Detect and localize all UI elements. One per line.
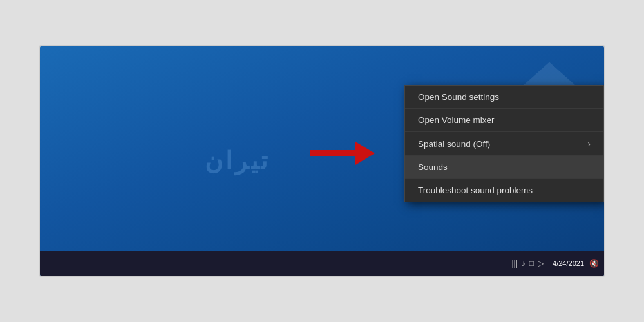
- menu-item-troubleshoot-sound[interactable]: Troubleshoot sound problems: [405, 179, 603, 202]
- arrow-head: [355, 142, 375, 165]
- submenu-chevron-icon: ›: [587, 138, 591, 149]
- menu-label-open-volume-mixer: Open Volume mixer: [418, 115, 495, 125]
- red-arrow: [310, 142, 375, 165]
- context-menu: Open Sound settings Open Volume mixer Sp…: [404, 85, 604, 202]
- menu-item-sounds[interactable]: Sounds: [405, 156, 603, 179]
- menu-label-open-sound-settings: Open Sound settings: [418, 92, 499, 102]
- show-desktop-icon[interactable]: 🔇: [589, 259, 599, 268]
- arrow-line: [310, 150, 355, 156]
- taskbar: ||| ♪ □ ▷ 4/24/2021 🔇: [40, 251, 604, 276]
- action-center-icon[interactable]: ▷: [538, 259, 544, 268]
- watermark-text: تيران: [205, 147, 270, 175]
- menu-item-open-sound-settings[interactable]: Open Sound settings: [405, 86, 603, 109]
- taskbar-system-icons: ||| ♪ □ ▷: [511, 259, 544, 268]
- screenshot-wrapper: تيران Open Sound settings Open Volume mi…: [39, 45, 605, 277]
- menu-item-spatial-sound[interactable]: Spatial sound (Off) ›: [405, 132, 603, 156]
- taskbar-date: 4/24/2021: [553, 259, 584, 268]
- menu-label-spatial-sound: Spatial sound (Off): [418, 139, 490, 149]
- menu-label-troubleshoot-sound: Troubleshoot sound problems: [418, 185, 533, 195]
- battery-icon[interactable]: □: [529, 259, 534, 268]
- taskbar-right-area: ||| ♪ □ ▷ 4/24/2021 🔇: [511, 259, 599, 268]
- volume-icon[interactable]: ♪: [522, 259, 526, 268]
- menu-item-open-volume-mixer[interactable]: Open Volume mixer: [405, 109, 603, 132]
- menu-label-sounds: Sounds: [418, 162, 448, 172]
- network-icon[interactable]: |||: [511, 259, 517, 268]
- desktop-background: تيران Open Sound settings Open Volume mi…: [40, 46, 604, 276]
- taskbar-datetime[interactable]: 4/24/2021: [553, 259, 584, 268]
